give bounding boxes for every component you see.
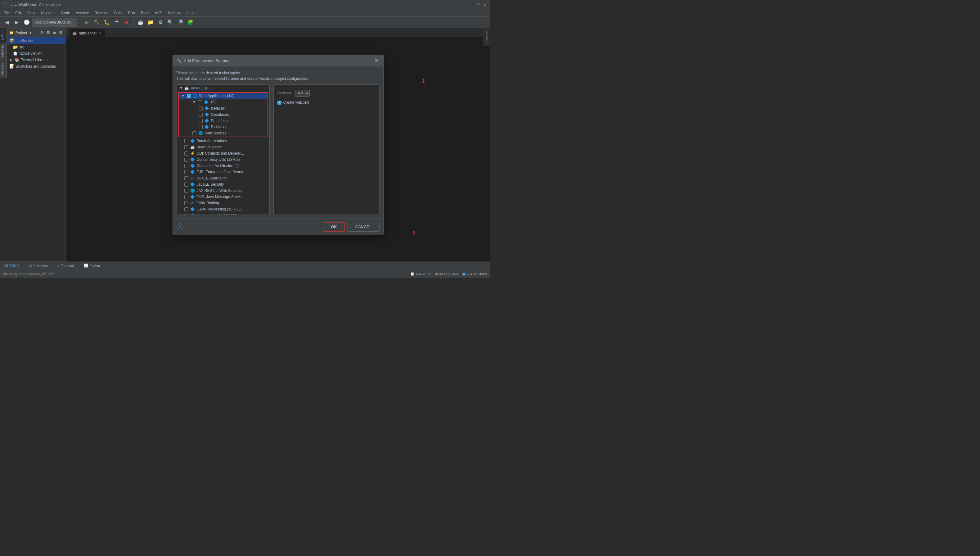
stop-btn[interactable]: ■ [122,18,131,27]
menu-view[interactable]: View [25,10,38,16]
forward-btn[interactable]: ▶ [13,18,21,27]
fw-item-bean-validation[interactable]: ☕ Bean Validation [177,144,269,150]
settings-btn[interactable]: ⚙ [156,18,165,27]
menu-window[interactable]: Window [165,10,184,16]
jax-rs-checkbox[interactable] [184,189,189,193]
cancel-btn[interactable]: CANCEL [348,222,380,231]
fw-item-openfaces[interactable]: 🔷 Openfaces [179,112,268,118]
tree-item-scratches[interactable]: 📝 Scratches and Consoles [7,63,66,70]
menu-vcs[interactable]: VCS [152,10,165,16]
sidebar-collapse-icon[interactable]: ⊟ [46,30,51,35]
minimize-btn[interactable]: ─ [470,2,475,7]
debug-btn[interactable]: 🐛 [102,18,111,27]
fw-item-webservices[interactable]: 🌐 WebServices [179,130,268,137]
fw-item-javaee-security[interactable]: 🔷 JavaEE Security [177,181,269,187]
menu-tools[interactable]: Tools [138,10,152,16]
left-tab-project[interactable]: Project [0,28,6,42]
fw-item-cdi[interactable]: ⚡ CDI: Contexts and Depenc... [177,150,269,157]
fw-item-ejb[interactable]: 🔷 EJB: Enterprise Java Beans [177,169,269,175]
terminal-label: Terminal [61,264,74,268]
json-processing-icon: 🔷 [190,207,195,212]
fw-item-json-binding[interactable]: 🗂 JSON Binding [177,200,269,206]
run-with-coverage-btn[interactable]: ☂ [112,18,121,27]
sdk-btn[interactable]: ☕ [136,18,145,27]
tree-item-iml[interactable]: 📄 httpServlet.iml [7,50,66,57]
bottom-tab-todo[interactable]: ☑ TODO [3,263,22,268]
recent-files-btn[interactable]: 🕐 [23,18,31,27]
ejb-checkbox[interactable] [184,170,189,174]
bean-validation-checkbox[interactable] [184,145,189,149]
jsf-checkbox[interactable] [198,100,202,104]
batch-checkbox[interactable] [184,139,189,143]
menu-edit[interactable]: Edit [13,10,24,16]
sidebar-sync-icon[interactable]: ⟳ [39,30,44,35]
richfaces-checkbox[interactable] [198,125,203,129]
sidebar-settings-icon[interactable]: ⚙ [58,30,63,35]
fw-item-webapp[interactable]: ▶ ✓ 🌐 Web Application (4.0) [179,93,268,99]
menu-build[interactable]: Build [112,10,125,16]
bottom-tab-problems[interactable]: ⚠ Problems [27,263,50,268]
menu-run[interactable]: Run [126,10,137,16]
concurrency-checkbox[interactable] [184,158,189,162]
fw-item-icefaces[interactable]: 🔷 Icefaces [179,105,268,112]
run-btn[interactable]: ▶ [82,18,91,27]
left-tab-structure[interactable]: Structure [0,42,6,60]
fw-item-jsf[interactable]: ▶ 🔷 JSF [179,99,268,105]
memory-item[interactable]: 264 of 1964M [463,272,487,276]
version-select[interactable]: 4.0 3.1 3.0 [295,90,310,97]
sidebar-filter-icon[interactable]: ☰ [52,30,57,35]
javaee-security-checkbox[interactable] [184,183,189,187]
menu-analyze[interactable]: Analyze [73,10,92,16]
json-processing-checkbox[interactable] [184,207,189,212]
tree-item-external-libs[interactable]: ▶ 📚 External Libraries [7,57,66,63]
fw-item-batch[interactable]: 🔷 Batch Applications [177,138,269,144]
transaction-checkbox[interactable] [184,213,189,215]
menu-file[interactable]: File [1,10,12,16]
menu-navigate[interactable]: Navigate [39,10,58,16]
cdi-checkbox[interactable] [184,152,189,155]
jms-checkbox[interactable] [184,195,189,199]
bottom-tab-profiler[interactable]: 📊 Profiler [81,263,103,268]
webservices-checkbox[interactable] [192,131,197,135]
help-btn[interactable]: ? [177,223,184,230]
icefaces-checkbox[interactable] [198,107,203,110]
ok-btn[interactable]: OK [323,222,345,231]
left-tab-favorites[interactable]: Favorites [0,60,6,78]
event-log-item[interactable]: 📋 Event Log [410,272,431,276]
connector-checkbox[interactable] [184,164,189,168]
primefaces-checkbox[interactable] [198,119,203,123]
back-btn[interactable]: ◀ [3,18,11,27]
openfaces-checkbox[interactable] [198,113,203,117]
search-btn[interactable]: 🔎 [176,18,185,27]
javaee-section-header[interactable]: ▶ ☕ Java EE (8) [177,85,269,92]
fw-item-json-processing[interactable]: 🔷 JSON Processing (JSR 353 [177,206,269,212]
fw-item-richfaces[interactable]: 🔷 Richfaces [179,124,268,130]
dialog-close-btn[interactable]: ✕ [373,57,380,64]
plugins-btn[interactable]: 🧩 [186,18,195,27]
project-structure-btn[interactable]: 📁 [146,18,155,27]
tree-item-src[interactable]: 📂 src [7,44,66,50]
create-webxml-checkbox[interactable]: ✓ [277,100,282,105]
fw-item-javaee-app[interactable]: 🗂 JavaEE Application [177,175,269,181]
project-icon: 📦 [9,38,14,43]
fw-item-concurrency[interactable]: 🔷 Concurrency Utils (JSR 23... [177,157,269,163]
build-btn[interactable]: 🔨 [92,18,101,27]
webapp-checkbox[interactable]: ✓ [187,94,191,98]
menu-refactor[interactable]: Refactor [92,10,111,16]
menu-help[interactable]: Help [184,10,197,16]
add-configuration-btn[interactable]: ADD CONFIGURATION... [32,18,77,27]
maximize-btn[interactable]: □ [476,2,481,7]
fw-item-connector[interactable]: 🔷 Connector Architecture (J... [177,163,269,169]
json-binding-checkbox[interactable] [184,201,189,205]
fw-item-primefaces[interactable]: 🔷 Primefaces [179,118,268,124]
bottom-tab-terminal[interactable]: > Terminal [55,263,76,268]
theme-item[interactable]: Atom One Dark [435,272,459,276]
fw-item-jms[interactable]: 🔷 JMS: Java Message Servic... [177,194,269,200]
fw-item-jax-rs[interactable]: 🌐 JAX RESTful Web Services [177,187,269,194]
tree-item-httpservlet[interactable]: 📦 httpServlet [7,37,66,44]
fw-item-transaction[interactable]: 🔷 Transaction API (JSR 907... [177,212,269,215]
search-everywhere-btn[interactable]: 🔍 [166,18,175,27]
menu-code[interactable]: Code [59,10,73,16]
close-btn[interactable]: ✕ [482,2,487,7]
javaee-app-checkbox[interactable] [184,176,189,180]
